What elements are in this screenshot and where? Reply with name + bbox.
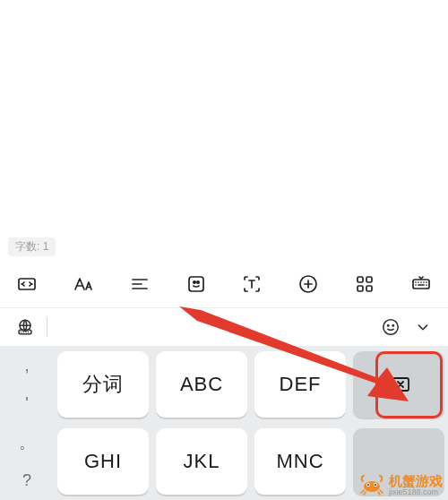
svg-point-12 [383, 320, 399, 335]
backspace-icon [385, 375, 412, 394]
svg-point-16 [364, 481, 380, 492]
key-jkl[interactable]: JKL [156, 428, 247, 495]
watermark: 机蟹游戏 jixie5188.com [358, 474, 443, 496]
svg-rect-1 [189, 277, 203, 291]
keyboard-toggle-icon[interactable] [409, 272, 434, 297]
svg-point-14 [392, 324, 393, 325]
chevron-down-icon[interactable] [407, 317, 439, 337]
divider [47, 317, 47, 337]
key-def[interactable]: DEF [254, 351, 346, 418]
punct-apostrophe[interactable]: ' [25, 395, 28, 411]
apps-icon[interactable] [352, 272, 377, 297]
svg-rect-9 [413, 280, 429, 289]
svg-rect-8 [366, 286, 372, 291]
svg-point-20 [375, 484, 376, 486]
add-icon[interactable] [296, 272, 321, 297]
watermark-crab-icon [358, 474, 385, 496]
side-punct-col-2[interactable]: 。 ? [0, 428, 54, 495]
text-editor-area[interactable] [0, 0, 448, 233]
sticker-icon[interactable] [184, 272, 209, 297]
svg-rect-6 [366, 277, 372, 282]
text-scan-icon[interactable] [239, 272, 264, 297]
watermark-url: jixie5188.com [389, 488, 443, 496]
svg-rect-5 [358, 277, 363, 282]
side-punct-col[interactable]: , ' [0, 351, 54, 418]
expand-icon[interactable] [14, 272, 39, 297]
key-abc[interactable]: ABC [156, 351, 247, 418]
align-icon[interactable] [127, 272, 152, 297]
svg-rect-7 [358, 286, 363, 291]
backspace-key[interactable] [353, 351, 444, 418]
svg-point-2 [193, 280, 194, 282]
punct-question[interactable]: ? [22, 472, 31, 488]
key-fenci[interactable]: 分词 [57, 351, 149, 418]
keyboard-header [0, 308, 448, 346]
key-mnc[interactable]: MNC [254, 428, 346, 495]
key-ghi[interactable]: GHI [57, 428, 149, 495]
punct-period[interactable]: 。 [19, 435, 35, 451]
watermark-title: 机蟹游戏 [389, 474, 443, 488]
keyboard-row-1: , ' 分词 ABC DEF [0, 346, 448, 423]
svg-point-3 [196, 280, 198, 282]
editor-toolbar [0, 260, 448, 308]
globe-keyboard-icon[interactable] [9, 317, 41, 337]
punct-comma[interactable]: , [24, 358, 29, 374]
word-count-badge: 字数: 1 [8, 237, 56, 256]
svg-point-13 [388, 324, 389, 325]
svg-point-19 [367, 484, 369, 486]
text-size-icon[interactable] [71, 272, 96, 297]
smiley-icon[interactable] [375, 317, 407, 337]
